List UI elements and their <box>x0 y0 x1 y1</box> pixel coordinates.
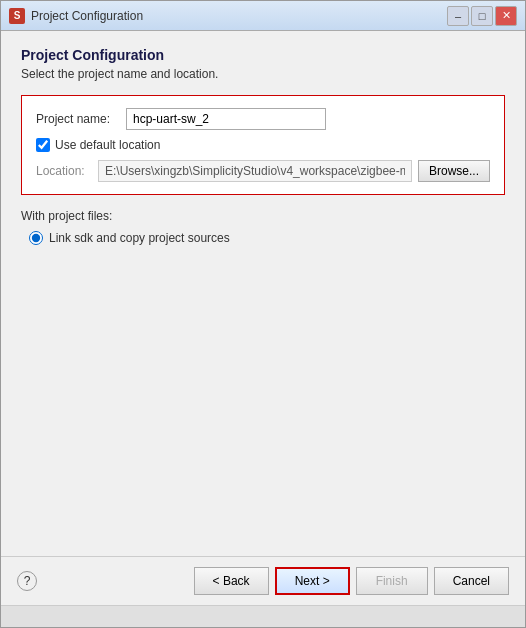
page-subtitle: Select the project name and location. <box>21 67 505 81</box>
project-name-label: Project name: <box>36 112 126 126</box>
default-location-checkbox[interactable] <box>36 138 50 152</box>
footer-buttons: < Back Next > Finish Cancel <box>194 567 509 595</box>
window-controls: – □ ✕ <box>447 6 517 26</box>
browse-button[interactable]: Browse... <box>418 160 490 182</box>
close-button[interactable]: ✕ <box>495 6 517 26</box>
cancel-button[interactable]: Cancel <box>434 567 509 595</box>
default-location-label: Use default location <box>55 138 160 152</box>
link-sdk-row: Link sdk and copy project sources <box>21 231 505 245</box>
project-name-input[interactable] <box>126 108 326 130</box>
minimize-button[interactable]: – <box>447 6 469 26</box>
spacer <box>21 245 505 546</box>
finish-button[interactable]: Finish <box>356 567 428 595</box>
project-name-row: Project name: <box>36 108 490 130</box>
help-button[interactable]: ? <box>17 571 37 591</box>
status-bar <box>1 605 525 627</box>
window: S Project Configuration – □ ✕ Project Co… <box>0 0 526 628</box>
page-title: Project Configuration <box>21 47 505 63</box>
main-content: Project Configuration Select the project… <box>1 31 525 556</box>
maximize-button[interactable]: □ <box>471 6 493 26</box>
location-row: Location: Browse... <box>36 160 490 182</box>
link-sdk-radio[interactable] <box>29 231 43 245</box>
next-button[interactable]: Next > <box>275 567 350 595</box>
app-icon: S <box>9 8 25 24</box>
with-project-files-label: With project files: <box>21 209 505 223</box>
back-button[interactable]: < Back <box>194 567 269 595</box>
footer: ? < Back Next > Finish Cancel <box>1 556 525 605</box>
window-title: Project Configuration <box>31 9 447 23</box>
form-section: Project name: Use default location Locat… <box>21 95 505 195</box>
location-label: Location: <box>36 164 92 178</box>
default-location-row: Use default location <box>36 138 490 152</box>
link-sdk-label: Link sdk and copy project sources <box>49 231 230 245</box>
title-bar: S Project Configuration – □ ✕ <box>1 1 525 31</box>
location-input[interactable] <box>98 160 412 182</box>
